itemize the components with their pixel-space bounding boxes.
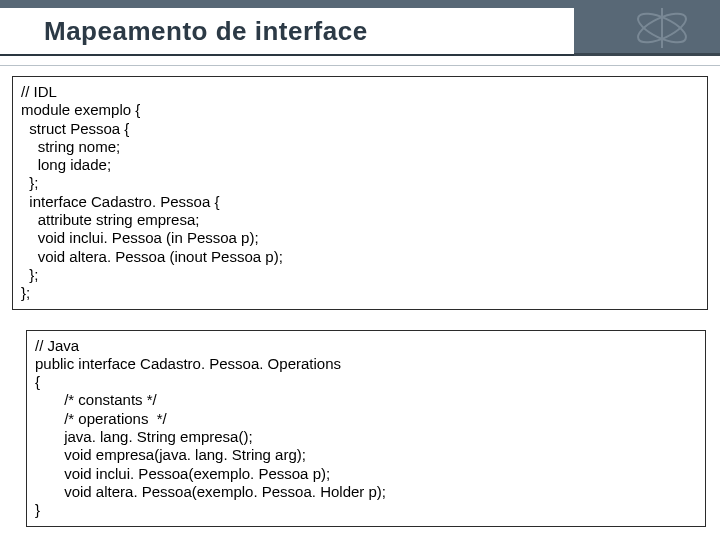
slide: Mapeamento de interface // IDL module ex…: [0, 0, 720, 540]
code-line: void inclui. Pessoa (in Pessoa p);: [21, 229, 699, 247]
code-line: };: [21, 284, 699, 302]
code-line: {: [35, 373, 697, 391]
code-line: }: [35, 501, 697, 519]
code-line: void altera. Pessoa (inout Pessoa p);: [21, 248, 699, 266]
code-line: struct Pessoa {: [21, 120, 699, 138]
code-line: void altera. Pessoa(exemplo. Pessoa. Hol…: [35, 483, 697, 501]
code-line: // IDL: [21, 83, 699, 101]
code-line: };: [21, 266, 699, 284]
code-line: attribute string empresa;: [21, 211, 699, 229]
code-line: java. lang. String empresa();: [35, 428, 697, 446]
logo-icon: [622, 0, 702, 56]
code-line: // Java: [35, 337, 697, 355]
content-area: // IDL module exemplo { struct Pessoa { …: [12, 76, 708, 540]
title-bar: Mapeamento de interface: [0, 0, 720, 56]
code-line: /* constants */: [35, 391, 697, 409]
code-line: long idade;: [21, 156, 699, 174]
code-line: public interface Cadastro. Pessoa. Opera…: [35, 355, 697, 373]
code-line: /* operations */: [35, 410, 697, 428]
slide-title: Mapeamento de interface: [44, 16, 368, 47]
code-line: module exemplo {: [21, 101, 699, 119]
code-line: string nome;: [21, 138, 699, 156]
code-line: interface Cadastro. Pessoa {: [21, 193, 699, 211]
divider-line: [0, 65, 720, 66]
code-line: void inclui. Pessoa(exemplo. Pessoa p);: [35, 465, 697, 483]
java-code-box: // Java public interface Cadastro. Pesso…: [26, 330, 706, 527]
title-strip: Mapeamento de interface: [0, 8, 574, 56]
code-line: void empresa(java. lang. String arg);: [35, 446, 697, 464]
code-line: };: [21, 174, 699, 192]
idl-code-box: // IDL module exemplo { struct Pessoa { …: [12, 76, 708, 310]
